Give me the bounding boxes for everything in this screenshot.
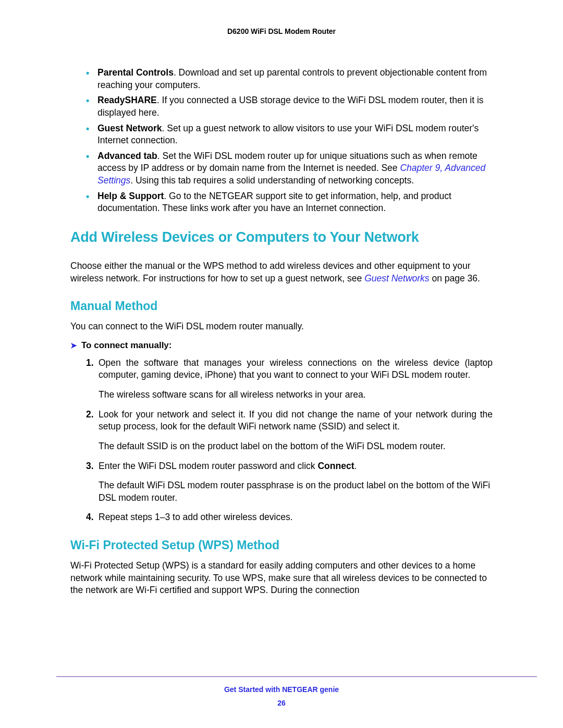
footer-section-title: Get Started with NETGEAR genie: [0, 685, 563, 694]
step-followup: The default SSID is on the product label…: [99, 440, 493, 453]
list-item: Parental Controls. Download and set up p…: [86, 67, 493, 91]
footer-divider: [56, 676, 537, 677]
step-followup: The default WiFi DSL modem router passph…: [99, 479, 493, 504]
list-lead: Parental Controls: [97, 67, 174, 78]
document-header: D6200 WiFi DSL Modem Router: [70, 27, 493, 35]
step-text: .: [354, 461, 357, 471]
list-lead: Guest Network: [97, 123, 162, 133]
feature-bullet-list: Parental Controls. Download and set up p…: [70, 67, 493, 215]
procedure-heading: ➤To connect manually:: [70, 340, 493, 351]
paragraph: Choose either the manual or the WPS meth…: [70, 260, 493, 285]
step-number: 2.: [86, 409, 94, 421]
text: on page 36.: [430, 273, 480, 283]
step-number: 1.: [86, 357, 94, 369]
list-item: ReadySHARE. If you connected a USB stora…: [86, 94, 493, 119]
step-text: Repeat steps 1–3 to add other wireless d…: [99, 512, 293, 522]
step-text: Enter the WiFi DSL modem router password…: [99, 461, 317, 471]
ui-element-name: Connect: [317, 461, 354, 471]
arrow-icon: ➤: [70, 341, 77, 350]
step-text: Look for your network and select it. If …: [99, 409, 493, 432]
list-lead: Advanced tab: [97, 151, 157, 161]
step-item: 3. Enter the WiFi DSL modem router passw…: [86, 460, 493, 504]
section-heading-h2: Wi-Fi Protected Setup (WPS) Method: [70, 538, 493, 552]
list-text: . Using this tab requires a solid unders…: [130, 175, 414, 186]
list-item: Guest Network. Set up a guest network to…: [86, 122, 493, 147]
paragraph: Wi-Fi Protected Setup (WPS) is a standar…: [70, 560, 493, 597]
step-number: 3.: [86, 460, 94, 473]
step-number: 4.: [86, 511, 94, 524]
list-item: Help & Support. Go to the NETGEAR suppor…: [86, 190, 493, 215]
step-text: Open the software that manages your wire…: [99, 357, 493, 380]
step-item: 1. Open the software that manages your w…: [86, 357, 493, 401]
list-lead: Help & Support: [97, 191, 164, 201]
page-number: 26: [0, 699, 563, 707]
list-item: Advanced tab. Set the WiFi DSL modem rou…: [86, 150, 493, 187]
section-heading-h2: Manual Method: [70, 299, 493, 313]
step-followup: The wireless software scans for all wire…: [99, 389, 493, 401]
cross-reference-link[interactable]: Guest Networks: [364, 273, 429, 283]
page-footer: Get Started with NETGEAR genie 26: [0, 685, 563, 707]
procedure-heading-text: To connect manually:: [81, 340, 172, 350]
list-lead: ReadySHARE: [97, 95, 157, 105]
section-heading-h1: Add Wireless Devices or Computers to You…: [70, 229, 493, 245]
numbered-steps: 1. Open the software that manages your w…: [70, 357, 493, 524]
step-item: 4. Repeat steps 1–3 to add other wireles…: [86, 511, 493, 524]
paragraph: You can connect to the WiFi DSL modem ro…: [70, 320, 493, 333]
step-item: 2. Look for your network and select it. …: [86, 409, 493, 453]
